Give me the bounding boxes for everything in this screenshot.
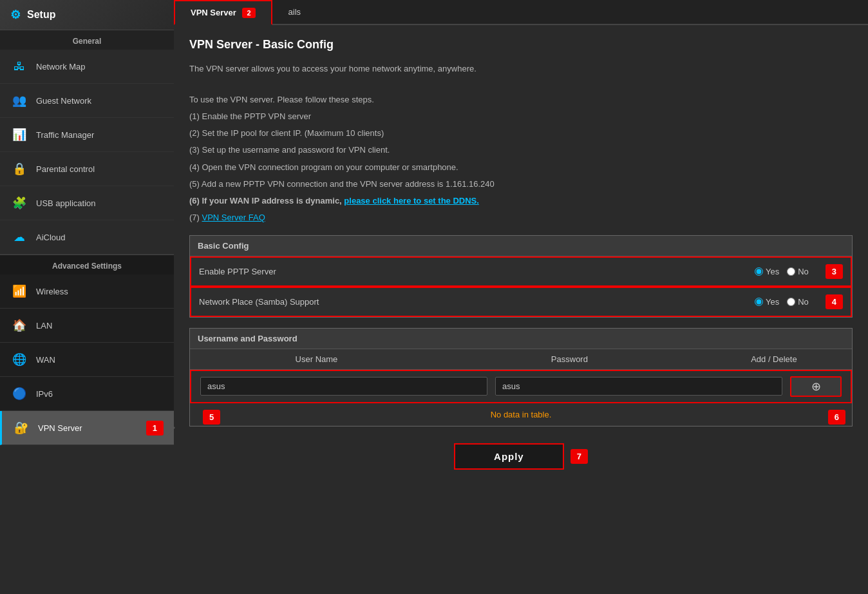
tabs-bar: VPN Server 2 ails [174,0,868,25]
vpn-server-icon: 🔐 [12,419,30,437]
username-input[interactable] [200,377,487,396]
wan-icon: 🌐 [10,350,28,369]
sidebar-label-ipv6: IPv6 [36,389,53,399]
enable-pptp-no[interactable]: No [787,267,809,276]
sidebar-item-network-map[interactable]: 🖧 Network Map [0,50,174,84]
desc-line-4: (2) Set the IP pool for client IP. (Maxi… [189,126,853,140]
active-arrow [167,420,175,436]
sidebar-label-traffic-manager: Traffic Manager [36,130,94,140]
col-password-header: Password [443,354,696,364]
apply-area: Apply 7 [189,437,853,476]
enable-pptp-yes[interactable]: Yes [755,267,779,276]
enable-pptp-no-radio[interactable] [787,267,795,276]
sidebar-label-usb-application: USB application [36,198,96,208]
col-username-header: User Name [190,354,443,364]
sidebar-item-aicloud[interactable]: ☁ AiCloud [0,220,174,254]
sidebar-item-parental-control[interactable]: 🔒 Parental control [0,152,174,186]
aicloud-icon: ☁ [10,228,28,246]
annotation-1-badge: 1 [146,421,164,436]
desc-line-8: (6) If your WAN IP address is dynamic, p… [189,194,853,208]
traffic-manager-icon: 📊 [10,126,28,144]
annotation-5-badge: 5 [203,410,220,425]
samba-support-radios: Yes No [755,297,809,307]
network-map-icon: 🖧 [10,57,28,75]
no-data-text: No data in table. [491,410,552,419]
sidebar-header: Setup [0,0,174,30]
annotation-6-badge: 6 [828,410,845,425]
samba-yes-radio[interactable] [755,298,763,306]
sidebar-label-guest-network: Guest Network [36,96,91,106]
sidebar-item-guest-network[interactable]: 👥 Guest Network [0,84,174,118]
sidebar-item-usb-application[interactable]: 🧩 USB application [0,186,174,220]
ipv6-icon: 🔵 [10,385,28,403]
samba-support-row: Network Place (Samba) Support Yes No 4 [190,287,852,317]
desc-line-5: (3) Set up the username and password for… [189,143,853,157]
content-area: VPN Server - Basic Config The VPN server… [174,25,868,594]
sidebar-item-wan[interactable]: 🌐 WAN [0,343,174,377]
up-input-row: ⊕ [190,370,852,403]
tab-vpn-server[interactable]: VPN Server 2 [174,0,272,25]
page-title: VPN Server - Basic Config [189,38,853,52]
col-add-header: Add / Delete [696,354,852,364]
annotation-7-badge: 7 [571,449,588,464]
no-data-message: 5 No data in table. 6 [190,403,852,426]
sidebar-label-network-map: Network Map [36,62,86,72]
guest-network-icon: 👥 [10,91,28,110]
description-block: The VPN server allows you to access your… [189,62,853,225]
samba-support-label: Network Place (Samba) Support [199,297,755,307]
sidebar-label-aicloud: AiCloud [36,233,66,242]
faq-link[interactable]: VPN Server FAQ [202,213,265,222]
enable-pptp-row: Enable PPTP Server Yes No 3 [190,256,852,287]
sidebar-item-traffic-manager[interactable]: 📊 Traffic Manager [0,118,174,152]
parental-control-icon: 🔒 [10,160,28,178]
enable-pptp-label: Enable PPTP Server [199,267,755,276]
sidebar-title: Setup [27,9,55,21]
samba-no[interactable]: No [787,297,809,307]
sidebar-label-wireless: Wireless [36,287,68,296]
desc-line-9: (7) VPN Server FAQ [189,211,853,225]
sidebar-label-parental-control: Parental control [36,164,95,174]
enable-pptp-radios: Yes No [755,267,809,276]
ddns-link[interactable]: please click here to set the DDNS. [344,196,479,206]
enable-pptp-no-label: No [798,267,809,276]
sidebar-item-wireless[interactable]: 📶 Wireless [0,274,174,309]
samba-yes-label: Yes [766,297,779,307]
basic-config-section: Basic Config Enable PPTP Server Yes No [189,235,853,318]
tab-details-label: ails [288,7,301,17]
sidebar-item-lan[interactable]: 🏠 LAN [0,309,174,343]
desc-line-2: To use the VPN server. Please follow the… [189,93,853,107]
basic-config-header: Basic Config [190,236,852,256]
password-input[interactable] [495,377,782,396]
usb-application-icon: 🧩 [10,194,28,212]
username-password-section: Username and Password User Name Password… [189,328,853,426]
tab-details[interactable]: ails [272,0,317,25]
lan-icon: 🏠 [10,316,28,334]
advanced-section-label: Advanced Settings [0,254,174,274]
samba-no-label: No [798,297,809,307]
up-table-header: User Name Password Add / Delete [190,349,852,370]
desc-line-6: (4) Open the VPN connection program on y… [189,160,853,175]
main-content: VPN Server 2 ails VPN Server - Basic Con… [174,0,868,594]
add-user-button[interactable]: ⊕ [790,376,842,397]
sidebar-item-vpn-server[interactable]: 🔐 VPN Server 1 [0,411,174,445]
annotation-4-badge: 4 [826,294,843,309]
sidebar-label-lan: LAN [36,321,52,331]
enable-pptp-yes-label: Yes [766,267,779,276]
samba-no-radio[interactable] [787,298,795,306]
enable-pptp-control: Yes No 3 [755,264,843,279]
sidebar: Setup General 🖧 Network Map 👥 Guest Netw… [0,0,174,594]
enable-pptp-yes-radio[interactable] [755,267,763,276]
desc-line-0: The VPN server allows you to access your… [189,62,853,76]
samba-yes[interactable]: Yes [755,297,779,307]
tab-vpn-badge: 2 [242,8,255,18]
sidebar-label-vpn-server: VPN Server [38,423,82,433]
desc-line-3: (1) Enable the PPTP VPN server [189,110,853,124]
samba-support-control: Yes No 4 [755,294,843,309]
wireless-icon: 📶 [10,282,28,300]
apply-button[interactable]: Apply [454,443,564,470]
tab-vpn-server-label: VPN Server [191,8,236,17]
desc-line-7: (5) Add a new PPTP VPN connection and th… [189,177,853,191]
sidebar-item-ipv6[interactable]: 🔵 IPv6 [0,377,174,411]
sidebar-label-wan: WAN [36,355,55,365]
up-section-header: Username and Password [190,329,852,349]
